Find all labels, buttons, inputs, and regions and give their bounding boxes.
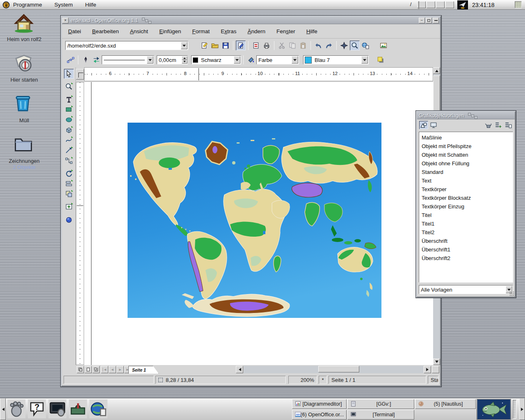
redo-icon[interactable] <box>324 41 334 50</box>
scroll-right-icon[interactable] <box>424 366 431 373</box>
line-color-value[interactable]: Schwarz <box>199 57 233 63</box>
text-tool-icon[interactable] <box>64 94 74 104</box>
list-item[interactable]: Maßlinie <box>419 133 513 142</box>
vertical-ruler[interactable] <box>76 82 84 365</box>
url-combobox[interactable]: /home/rolf2/erde.sxd <box>65 41 188 50</box>
menu-einfgen[interactable]: Einfügen <box>159 28 181 34</box>
scroll-up-icon[interactable] <box>433 67 440 74</box>
styles-filter-combobox[interactable]: Alle Vorlagen <box>419 285 513 294</box>
select-icon[interactable] <box>64 69 74 79</box>
list-item[interactable]: Titel2 <box>419 228 513 237</box>
menu-ndern[interactable]: Ändern <box>248 28 266 34</box>
task-5nautilus[interactable]: (5) [Nautilus] <box>415 399 476 409</box>
new-document-icon[interactable] <box>199 41 209 50</box>
task-diagrammeditor[interactable]: [Diagrammeditor] <box>292 399 347 409</box>
list-item[interactable]: Objekt mit Schatten <box>419 151 513 159</box>
arrow-ends-icon[interactable] <box>91 55 101 65</box>
top-menu-hilfe[interactable]: Hilfe <box>85 2 96 8</box>
arrange-tool-icon[interactable] <box>64 189 74 199</box>
save-icon[interactable] <box>221 41 231 50</box>
chevron-down-icon[interactable] <box>181 42 187 49</box>
fill-bucket-icon[interactable] <box>246 55 256 65</box>
rect-tool-icon[interactable] <box>64 105 74 114</box>
window-titlebar[interactable]: × erde.sxd - OpenOffice.org 1.1 − <box>62 17 440 24</box>
desktop-icon-trash[interactable]: Müll <box>3 94 45 123</box>
menu-hilfe[interactable]: Hilfe <box>306 28 317 34</box>
previous-page-icon[interactable]: ◄ <box>109 366 116 373</box>
applet-handle[interactable] <box>513 400 516 419</box>
fill-type-combobox[interactable]: Farbe <box>256 55 299 64</box>
task-6openofficeor[interactable]: (6) OpenOffice.or... <box>292 410 347 420</box>
fill-mode-icon[interactable] <box>484 121 493 129</box>
copy-icon[interactable] <box>288 41 297 50</box>
view-mode-handout-button[interactable] <box>92 366 100 373</box>
maximize-icon[interactable] <box>426 18 432 23</box>
chevron-down-icon[interactable] <box>361 56 368 64</box>
scroll-down-icon[interactable] <box>433 358 440 365</box>
pager-workspace-2[interactable] <box>427 1 435 8</box>
navigator-icon[interactable] <box>339 41 349 50</box>
rotate-tool-icon[interactable] <box>64 169 74 178</box>
edit-file-icon[interactable] <box>236 41 246 50</box>
curve-tool-icon[interactable] <box>64 135 74 145</box>
chevron-down-icon[interactable] <box>147 56 153 64</box>
list-item[interactable]: Objekt ohne Füllung <box>419 159 513 168</box>
shade-icon[interactable] <box>433 18 439 23</box>
list-item[interactable]: Textkörper Blocksatz <box>419 194 513 202</box>
zoom-icon[interactable] <box>350 41 360 50</box>
task-terminal[interactable]: [Terminal] <box>347 410 414 420</box>
gallery-icon[interactable] <box>379 41 388 50</box>
pager-workspace-4[interactable] <box>445 1 454 8</box>
terminal-launcher-launcher[interactable] <box>48 399 66 418</box>
list-item[interactable]: Überschrift1 <box>419 245 513 254</box>
tasklist-slash-icon[interactable]: / <box>408 1 414 9</box>
list-item[interactable]: Text <box>419 176 513 185</box>
update-style-icon[interactable] <box>504 121 513 129</box>
view-mode-drawing-button[interactable] <box>77 366 84 373</box>
pager-workspace-1[interactable] <box>417 1 426 8</box>
paste-icon[interactable] <box>298 41 308 50</box>
effects-tool-icon[interactable] <box>64 215 74 224</box>
url-value[interactable]: /home/rolf2/erde.sxd <box>66 43 180 49</box>
horizontal-scrollbar[interactable] <box>244 366 423 373</box>
toolbox-launcher[interactable] <box>69 399 87 418</box>
insert-tool-icon[interactable] <box>64 202 74 212</box>
browser-launcher[interactable] <box>89 399 107 418</box>
cut-icon[interactable] <box>277 41 287 50</box>
styles-filter-value[interactable]: Alle Vorlagen <box>419 287 505 293</box>
splitter-left-icon[interactable] <box>236 366 243 373</box>
print-icon[interactable] <box>262 41 272 50</box>
status-zoom-cell[interactable]: 200% <box>288 376 317 384</box>
fill-type-value[interactable]: Farbe <box>257 57 291 63</box>
menu-format[interactable]: Format <box>192 28 210 34</box>
edit-points-icon[interactable] <box>66 55 75 65</box>
menu-extras[interactable]: Extras <box>221 28 236 34</box>
desktop-icon-start-here[interactable]: Hier starten <box>3 53 45 83</box>
ruler-origin-button[interactable] <box>76 69 84 80</box>
horizontal-ruler[interactable]: 67891011121314 <box>84 67 433 81</box>
hyperlink-icon[interactable] <box>361 41 370 50</box>
list-item[interactable]: Titel <box>419 211 513 219</box>
new-style-from-selection-icon[interactable] <box>494 121 503 129</box>
next-page-icon[interactable]: ► <box>116 366 124 373</box>
shadow-icon[interactable] <box>376 55 386 65</box>
top-menu-system[interactable]: System <box>55 2 73 8</box>
desktop-icon-folder[interactable]: Zeichnungen2 Objekte <box>3 134 45 170</box>
connector-tool-icon[interactable] <box>64 156 74 166</box>
presentation-styles-icon[interactable] <box>429 121 438 129</box>
top-menu-programme[interactable]: Programme <box>13 2 42 8</box>
line-style-combobox[interactable] <box>102 55 154 64</box>
fish-applet[interactable] <box>477 399 511 420</box>
close-icon[interactable]: × <box>62 18 68 23</box>
line-color-combobox[interactable]: Schwarz <box>191 55 241 64</box>
export-pdf-icon[interactable] <box>251 41 261 50</box>
chevron-down-icon[interactable] <box>234 56 240 64</box>
gnome-menu-icon[interactable] <box>2 1 10 9</box>
horizontal-scroll-thumb[interactable] <box>318 366 359 372</box>
help-launcher[interactable]: ? <box>28 399 46 418</box>
drawing-canvas[interactable] <box>84 82 433 365</box>
chevron-down-icon[interactable] <box>292 56 298 64</box>
page-tab[interactable]: Seite 1 <box>128 366 159 374</box>
desktop-icon-home[interactable]: Heim von rolf2 <box>3 12 45 42</box>
spin-up-icon[interactable] <box>182 56 187 60</box>
